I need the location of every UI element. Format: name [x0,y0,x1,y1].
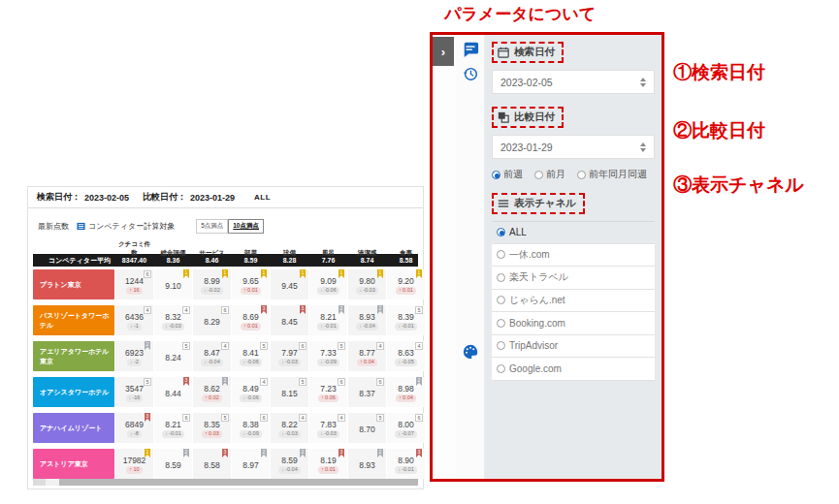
radio-icon[interactable] [497,341,505,350]
score-cell: 47.83↓ -0.03 [309,413,347,443]
channel-option[interactable]: 楽天トラベル [492,267,655,290]
down-arrow-icon: ↓ [281,359,285,364]
competitor-calc-label: コンペティター計算対象 [88,221,175,232]
score-value: 8.59 [165,461,181,470]
collapse-panel-button[interactable]: › [433,37,454,66]
rank-medal-gold-icon: 1 [339,269,344,278]
up-arrow-icon: ↑ [360,359,364,364]
score-cell: 38.44 [154,377,192,407]
table-row: アストリア東京117982↑ 1028.5938.5828.9728.59↓ -… [33,449,418,479]
up-arrow-icon: ↑ [243,287,247,293]
radio-icon[interactable] [497,250,505,259]
channel-option[interactable]: Google.com [492,358,655,381]
channel-option[interactable]: TripAdvisor [492,335,655,359]
down-arrow-icon: ↓ [320,430,324,436]
change-badge: ↑ 0.06 [318,394,339,402]
score-value: 8.49 [242,385,259,394]
score-cell: 19.45 [271,269,308,299]
radio-icon[interactable] [497,319,505,328]
table-header-row: クチコミ件数総合評価サービス部屋設備風呂清潔感食事 [33,240,418,253]
period-option-label: 前月 [546,168,565,181]
score-value: 8.63 [398,349,414,358]
score-value: 8.47 [204,349,220,358]
stepper-icon[interactable] [640,142,646,152]
score-cell: 19.20↑ 0.01 [387,269,425,299]
change-badge: ↑ 0.04 [396,394,416,402]
sidebar-tab-column: › [433,35,456,479]
rank-medal-bronze-icon: 3 [222,449,228,457]
annotation-search-date: ①検索日付 [673,60,765,85]
hotel-name-button[interactable]: アストリア東京 [33,449,114,479]
down-arrow-icon: ↓ [320,287,324,293]
change-badge: ↓ -0.03 [356,287,377,295]
down-arrow-icon: ↓ [398,430,402,436]
change-badge: ↓ -0.03 [278,430,300,438]
rank-number-badge: 6 [260,414,268,422]
score-value: 9.09 [320,277,337,286]
rank-number-badge: 6 [376,378,384,386]
rank-medal-gold-icon: 1 [416,269,422,278]
scrollbar-stub[interactable] [33,479,46,486]
score-cell: 19.65↑ 0.01 [232,269,270,299]
change-badge: ↓ -0.03 [278,359,300,366]
score-table: クチコミ件数総合評価サービス部屋設備風呂清潔感食事コンペティター平均8347.4… [33,240,418,479]
down-arrow-icon: ↓ [398,359,402,364]
channel-option[interactable]: 一休.com [492,244,655,268]
channel-option-label: ALL [509,227,527,237]
channel-option[interactable]: Booking.com [492,312,655,335]
score-value: 8.45 [281,318,298,327]
score-value: 8.19 [320,457,337,465]
score-cell: 48.32↓ -0.03 [154,305,192,335]
hotel-name-button[interactable]: アエリアタワーホテル東京 [33,341,114,371]
channel-option[interactable]: ALL [492,221,655,244]
rank-number-badge: 4 [299,414,307,422]
radio-icon[interactable] [492,171,500,179]
hotel-name-button[interactable]: オアシスタワーホテル [33,377,114,407]
rank-medal-bronze-icon: 3 [416,449,422,457]
score-cell: 58.39↓ -0.01 [387,305,425,335]
period-option-前週[interactable]: 前週 [492,168,523,181]
compare-date-select[interactable]: 2023-01-29 [492,135,655,159]
radio-icon[interactable] [497,228,505,236]
rank-medal-bronze-icon: 3 [300,305,306,314]
channel-option[interactable]: じゃらん.net [492,290,655,313]
radio-icon[interactable] [534,171,543,179]
history-icon[interactable] [462,65,479,82]
radio-icon[interactable] [577,171,586,179]
scale-5-button[interactable]: 5点満点 [196,219,228,234]
annotation-compare-date: ②比較日付 [673,118,765,143]
hotel-name-button[interactable]: パスリゾートタワーホテル [33,305,114,335]
compare-date-label: 比較日付： [143,191,186,204]
radio-icon[interactable] [497,364,505,373]
up-arrow-icon: ↑ [129,466,133,472]
radio-icon[interactable] [497,296,505,304]
table-row: オアシスタワーホテル53547↓ -1638.4428.62↑ 0.0248.4… [33,377,418,407]
change-badge: ↓ -0.04 [278,466,300,474]
down-arrow-icon: ↓ [242,359,246,364]
score-cell: 48.63↓ -0.05 [387,341,425,371]
period-option-前月[interactable]: 前月 [534,168,565,181]
rank-number-badge: 4 [182,306,190,314]
score-cell: 18.99↓ -0.02 [193,269,231,299]
period-option-前年同月同週[interactable]: 前年同月同週 [577,168,647,181]
table-row: アエリアタワーホテル東京26923↓ -258.2448.47↓ -0.0458… [33,341,418,371]
score-cell: 48.49↓ -0.06 [232,377,270,407]
scale-10-button[interactable]: 10点満点 [228,219,264,234]
hotel-name-button[interactable]: プラトン東京 [33,269,114,299]
up-arrow-icon: ↑ [321,466,325,472]
hotel-name-button[interactable]: アナハイムリゾート [33,413,114,443]
search-date-select[interactable]: 2023-02-05 [492,70,655,94]
average-cell: 8.46 [193,257,231,264]
score-value: 8.29 [204,318,220,327]
score-value: 3547 [125,385,144,394]
scrollbar-thumb[interactable] [59,479,418,486]
rank-number-badge: 4 [260,378,268,386]
comment-icon[interactable] [462,41,479,58]
change-badge: ↓ -16 [126,394,144,402]
score-value: 8.59 [281,457,298,465]
score-cell: 38.69↑ 0.01 [232,305,270,335]
stepper-icon[interactable] [640,78,646,87]
horizontal-scrollbar[interactable] [33,479,418,486]
radio-icon[interactable] [497,273,505,282]
palette-icon[interactable] [462,343,479,361]
